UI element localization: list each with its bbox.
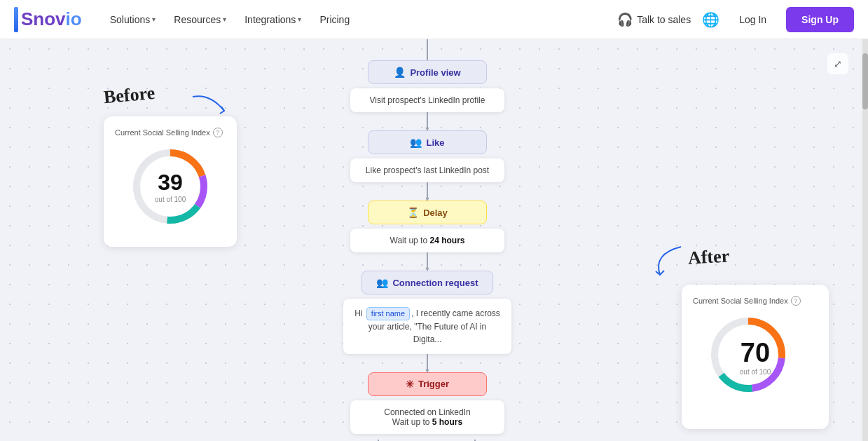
nav-integrations[interactable]: Integrations ▾ xyxy=(237,10,308,29)
delay-node[interactable]: ⏳ Delay xyxy=(368,201,487,224)
logo-snov: Snov xyxy=(21,8,66,29)
connector-top xyxy=(427,39,428,60)
expand-icon[interactable]: ⤢ xyxy=(827,53,848,74)
nav-resources[interactable]: Resources ▾ xyxy=(167,10,233,29)
signup-button[interactable]: Sign Up xyxy=(786,7,854,32)
connector-1: ▼ xyxy=(427,112,428,128)
logo-text: Snovio xyxy=(21,8,82,30)
arrow-down-4: ▼ xyxy=(425,367,431,374)
connection-icon: 👥 xyxy=(376,277,388,288)
connector-3: ▼ xyxy=(427,252,428,268)
nav-links: Solutions ▾ Resources ▾ Integrations ▾ P… xyxy=(103,10,596,29)
nav-right: 🎧 Talk to sales 🌐 Log In Sign Up xyxy=(617,7,854,32)
arrow-down-1: ▼ xyxy=(425,125,431,133)
arrow-down-3: ▼ xyxy=(425,266,431,273)
profile-view-node[interactable]: 👤 Profile view xyxy=(368,60,487,84)
ssi-title-before: Current Social Selling Index ? xyxy=(115,128,226,137)
profile-view-icon: 👤 xyxy=(394,67,406,78)
ssi-help-icon-before[interactable]: ? xyxy=(213,128,223,137)
ssi-score-before: 39 out of 100 xyxy=(155,170,186,203)
talk-to-sales[interactable]: 🎧 Talk to sales xyxy=(617,12,691,27)
ssi-gauge-before: 39 out of 100 xyxy=(128,144,212,229)
logo-io: io xyxy=(66,8,82,29)
delay-icon: ⏳ xyxy=(407,207,419,218)
after-label-area: After xyxy=(688,247,729,268)
trigger-desc: Connected on LinkedIn Wait up to 5 hours xyxy=(350,400,504,434)
scrollbar-thumb[interactable] xyxy=(862,53,868,109)
chevron-down-icon: ▾ xyxy=(223,15,226,23)
chevron-down-icon: ▾ xyxy=(152,15,156,23)
after-label: After xyxy=(687,245,730,269)
ssi-title-after: Current Social Selling Index ? xyxy=(693,296,818,306)
ssi-gauge-after: 70 out of 100 xyxy=(706,313,804,411)
login-link[interactable]: Log In xyxy=(731,10,775,29)
headphone-icon: 🎧 xyxy=(617,12,633,27)
like-node[interactable]: 👥 Like xyxy=(368,130,487,154)
like-desc: Like prospect's last LinkedIn post xyxy=(350,158,504,182)
logo-bar xyxy=(14,7,18,32)
logo[interactable]: Snovio xyxy=(14,7,82,32)
main-content: Before Current Social Selling Index ? xyxy=(0,39,868,441)
flow-diagram: 👤 Profile view Visit prospect's LinkedIn… xyxy=(343,39,511,441)
connection-request-node[interactable]: 👥 Connection request xyxy=(361,271,492,294)
connector-2: ▼ xyxy=(427,182,428,198)
profile-view-desc: Visit prospect's LinkedIn profile xyxy=(350,88,504,112)
connection-request-desc: Hi first name, I recently came across yo… xyxy=(343,299,511,354)
trigger-node[interactable]: ✳ Trigger xyxy=(368,372,487,396)
delay-desc: Wait up to 24 hours xyxy=(350,229,504,252)
nav-pricing[interactable]: Pricing xyxy=(312,10,357,29)
chevron-down-icon: ▾ xyxy=(298,15,301,23)
trigger-icon: ✳ xyxy=(406,379,414,390)
scrollbar[interactable] xyxy=(862,39,868,441)
ssi-score-after: 70 out of 100 xyxy=(740,338,771,376)
connector-4: ▼ xyxy=(427,354,428,369)
before-label: Before xyxy=(103,83,156,108)
canvas: Before Current Social Selling Index ? xyxy=(0,39,862,441)
like-icon: 👥 xyxy=(410,137,422,148)
navbar: Snovio Solutions ▾ Resources ▾ Integrati… xyxy=(0,0,868,39)
ssi-help-icon-after[interactable]: ? xyxy=(791,296,801,306)
nav-solutions[interactable]: Solutions ▾ xyxy=(103,10,163,29)
globe-icon[interactable]: 🌐 xyxy=(702,11,719,28)
ssi-card-after: Current Social Selling Index ? 70 out of… xyxy=(682,285,829,429)
first-name-badge: first name xyxy=(366,307,410,320)
arrow-down-2: ▼ xyxy=(425,196,431,203)
ssi-card-before: Current Social Selling Index ? 39 out of… xyxy=(104,116,237,247)
